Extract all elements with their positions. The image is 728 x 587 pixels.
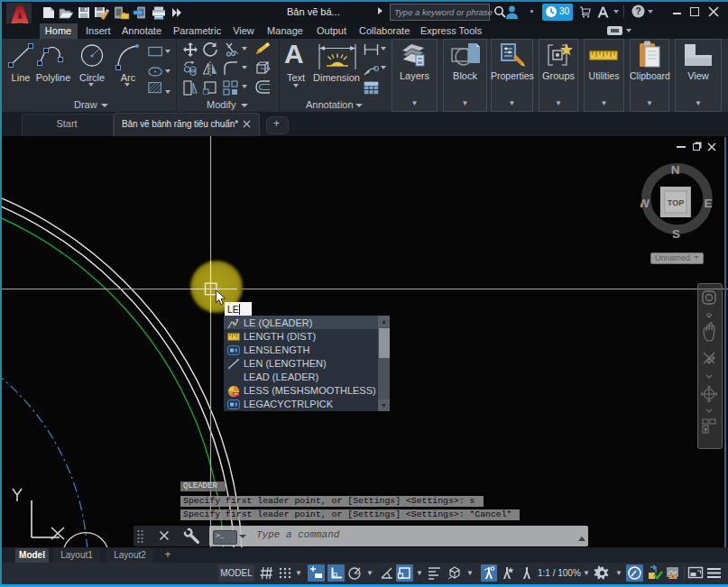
svg-text:E: E xyxy=(704,197,712,210)
svg-text:S: S xyxy=(672,227,680,241)
svg-text:W: W xyxy=(640,197,650,210)
svg-text:N: N xyxy=(671,163,680,177)
svg-text:?: ? xyxy=(635,6,640,16)
svg-text:TOP: TOP xyxy=(668,198,684,207)
